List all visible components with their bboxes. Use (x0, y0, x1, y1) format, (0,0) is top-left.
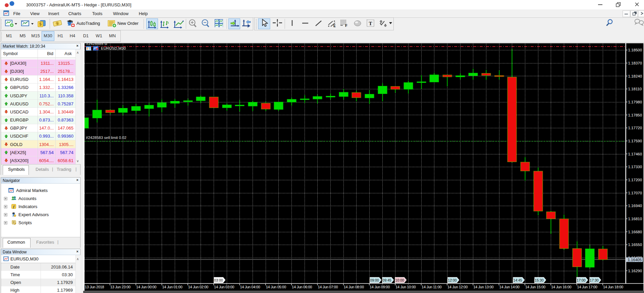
svg-text:EURUSD,M30: EURUSD,M30 (101, 46, 126, 50)
svg-text:1.17720: 1.17720 (628, 126, 642, 130)
svg-text:14 Jun 18:00: 14 Jun 18:00 (603, 285, 623, 289)
svg-text:1.16405: 1.16405 (628, 258, 642, 262)
svg-text:1.17200: 1.17200 (628, 178, 642, 182)
svg-text:1.18240: 1.18240 (628, 74, 642, 78)
svg-text:13 Jun 2018: 13 Jun 2018 (85, 285, 104, 289)
svg-text:14 Jun 06:00: 14 Jun 06:00 (292, 285, 312, 289)
svg-text:03:00: 03:00 (214, 278, 223, 282)
svg-text:09:45: 09:45 (382, 278, 391, 282)
svg-text:13 Jun 23:00: 13 Jun 23:00 (110, 285, 130, 289)
svg-text:1.17850: 1.17850 (628, 113, 642, 117)
svg-text:1.18110: 1.18110 (628, 87, 642, 91)
svg-text:14 Jun 12:00: 14 Jun 12:00 (447, 285, 468, 289)
svg-text:14 Jun 07:00: 14 Jun 07:00 (318, 285, 338, 289)
svg-text:14:45: 14:45 (513, 278, 522, 282)
svg-text:1.17980: 1.17980 (628, 100, 642, 104)
svg-text:12:00: 12:00 (448, 278, 457, 282)
svg-text:17:30: 17:30 (590, 278, 598, 282)
svg-text:1.16810: 1.16810 (628, 217, 642, 221)
svg-text:14 Jun 05:00: 14 Jun 05:00 (266, 285, 286, 289)
svg-text:14 Jun 14:00: 14 Jun 14:00 (499, 285, 520, 289)
svg-text:15:30: 15:30 (535, 278, 543, 282)
svg-text:1.18500: 1.18500 (628, 48, 642, 52)
svg-text:1.16680: 1.16680 (628, 230, 642, 234)
svg-text:1.17460: 1.17460 (628, 152, 642, 156)
svg-text:17:00: 17:00 (577, 278, 585, 282)
svg-text:14 Jun 02:00: 14 Jun 02:00 (188, 285, 208, 289)
svg-text:1.16940: 1.16940 (628, 204, 642, 208)
svg-text:1.18370: 1.18370 (628, 61, 642, 65)
svg-text:09:00: 09:00 (370, 278, 379, 282)
svg-text:14 Jun 01:00: 14 Jun 01:00 (162, 285, 182, 289)
svg-text:10:00: 10:00 (395, 278, 404, 282)
svg-text:1.16550: 1.16550 (628, 243, 642, 247)
svg-text:#2428583 sell limit 0.02: #2428583 sell limit 0.02 (86, 136, 126, 140)
svg-text:14 Jun 15:00: 14 Jun 15:00 (525, 285, 545, 289)
svg-text:14 Jun 09:00: 14 Jun 09:00 (370, 285, 390, 289)
svg-text:14 Jun 13:00: 14 Jun 13:00 (473, 285, 493, 289)
svg-text:14 Jun 16:00: 14 Jun 16:00 (551, 285, 571, 289)
svg-text:14 Jun 08:00: 14 Jun 08:00 (344, 285, 364, 289)
svg-text:14 Jun 00:00: 14 Jun 00:00 (136, 285, 156, 289)
svg-text:1.16290: 1.16290 (628, 269, 642, 273)
svg-text:14 Jun 10:00: 14 Jun 10:00 (395, 285, 416, 289)
svg-text:1.17330: 1.17330 (628, 165, 642, 169)
svg-text:14 Jun 11:00: 14 Jun 11:00 (422, 285, 441, 289)
svg-text:14 Jun 04:00: 14 Jun 04:00 (240, 285, 260, 289)
svg-text:1.17070: 1.17070 (628, 191, 642, 195)
svg-text:1.17590: 1.17590 (628, 139, 642, 143)
svg-text:14 Jun 17:00: 14 Jun 17:00 (577, 285, 597, 289)
svg-text:14 Jun 03:00: 14 Jun 03:00 (214, 285, 234, 289)
